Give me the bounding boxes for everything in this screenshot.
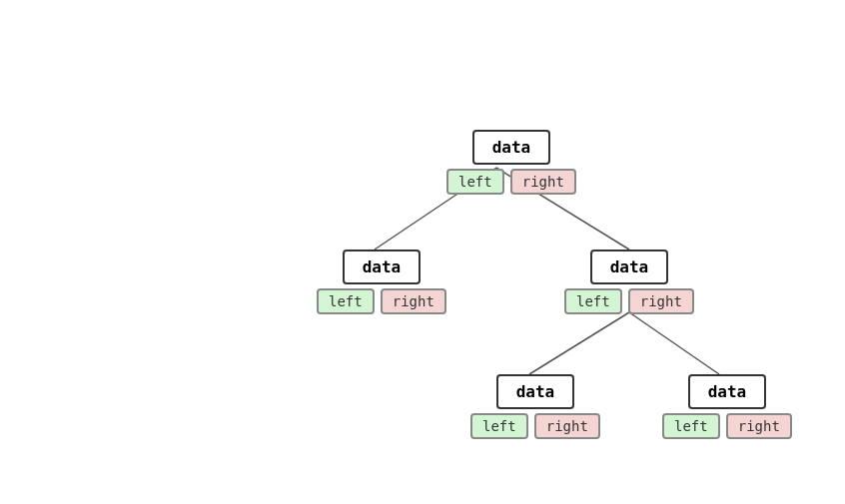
- node-right-left-left-tag: left: [470, 413, 528, 439]
- node-right-right-right-tag: right: [726, 413, 792, 439]
- node-right-left-tag: left: [564, 288, 622, 314]
- svg-line-2: [529, 312, 629, 374]
- node-root: data left right: [446, 130, 576, 195]
- node-root-label: data: [472, 130, 551, 165]
- node-left-label: data: [343, 250, 422, 284]
- node-right-right-label: data: [688, 374, 767, 409]
- node-left: data left right: [317, 250, 446, 314]
- svg-line-3: [629, 312, 719, 374]
- node-right: data left right: [564, 250, 694, 314]
- node-root-left-tag: left: [446, 169, 504, 195]
- node-right-label: data: [590, 250, 669, 284]
- node-root-right-tag: right: [510, 169, 576, 195]
- node-right-right: data left right: [662, 374, 792, 439]
- node-right-right-tag: right: [628, 288, 694, 314]
- node-right-left-label: data: [496, 374, 575, 409]
- node-left-right-tag: right: [381, 288, 446, 314]
- node-right-left-right-tag: right: [534, 413, 600, 439]
- node-left-left-tag: left: [317, 288, 375, 314]
- node-right-left: data left right: [470, 374, 600, 439]
- node-right-right-left-tag: left: [662, 413, 720, 439]
